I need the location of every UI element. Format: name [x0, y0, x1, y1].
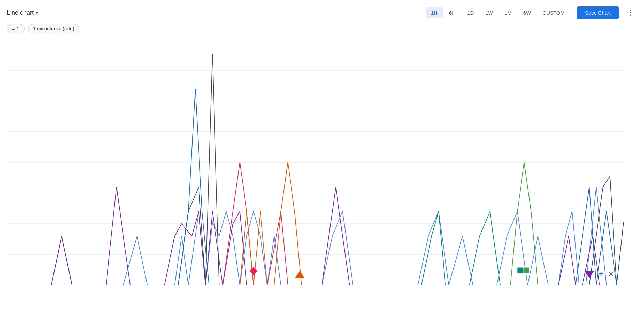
chart-type-selector[interactable]: Line chart ▾: [7, 9, 38, 16]
filter-count: 1: [17, 26, 19, 31]
time-btn-6h[interactable]: 6H: [444, 7, 461, 18]
time-btn-6w[interactable]: 6W: [518, 7, 537, 18]
time-controls: 1H 6H 1D 1W 1M 6W CUSTOM: [426, 7, 570, 18]
purple-line: [7, 187, 624, 285]
more-options-button[interactable]: ⋮: [624, 5, 637, 20]
chart-container: UTC-5 11:50 AM 11:55 AM 12:00 PM 12:05 P…: [0, 36, 644, 302]
header: Line chart ▾ 1H 6H 1D 1W 1M 6W CUSTOM Sa…: [0, 0, 644, 23]
line-chart-svg: UTC-5 11:50 AM 11:55 AM 12:00 PM 12:05 P…: [7, 40, 624, 285]
time-btn-custom[interactable]: CUSTOM: [537, 7, 570, 18]
square-marker-teal: [517, 268, 523, 273]
chart-type-dropdown-icon: ▾: [36, 10, 38, 15]
filter-icon: ≡: [12, 26, 15, 31]
diamond-marker: [249, 267, 258, 275]
save-chart-button[interactable]: Save Chart: [577, 6, 619, 19]
time-btn-1h[interactable]: 1H: [426, 7, 443, 18]
chart-area: UTC-5 11:50 AM 11:55 AM 12:00 PM 12:05 P…: [7, 40, 624, 285]
chart-type-label: Line chart: [7, 9, 34, 16]
plus-marker: +: [599, 270, 603, 278]
filter-button[interactable]: ≡ 1: [7, 24, 25, 33]
dark-blue-line: [7, 89, 624, 285]
dark-gray-line: [7, 54, 624, 285]
blue-line: [7, 187, 624, 285]
subheader: ≡ 1 1 min interval (rate): [0, 23, 644, 36]
teal-line: [7, 211, 624, 285]
time-btn-1m[interactable]: 1M: [499, 7, 517, 18]
triangle-up-marker: [584, 271, 594, 278]
square-marker-green: [523, 268, 529, 273]
interval-button[interactable]: 1 min interval (rate): [28, 24, 79, 33]
triangle-marker: [295, 271, 305, 278]
x-marker: ✕: [608, 271, 613, 278]
time-btn-1w[interactable]: 1W: [480, 7, 499, 18]
time-btn-1d[interactable]: 1D: [462, 7, 479, 18]
